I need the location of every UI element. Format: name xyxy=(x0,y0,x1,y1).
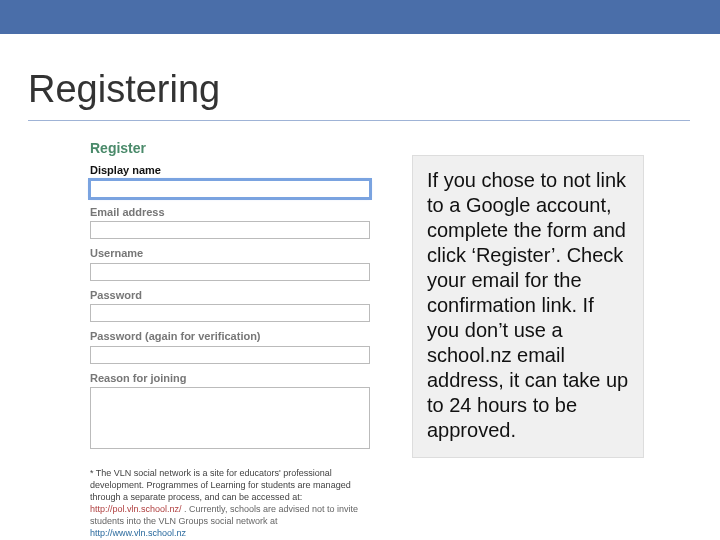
label-reason: Reason for joining xyxy=(90,372,390,384)
label-display-name: Display name xyxy=(90,164,390,176)
footnote-text-1: * The VLN social network is a site for e… xyxy=(90,468,351,502)
footnote-link-2[interactable]: http://www.vln.school.nz xyxy=(90,528,186,538)
input-reason[interactable] xyxy=(90,387,370,449)
label-password2: Password (again for verification) xyxy=(90,330,390,342)
label-password: Password xyxy=(90,289,390,301)
input-display-name[interactable] xyxy=(90,180,370,198)
label-email: Email address xyxy=(90,206,390,218)
callout-text: If you chose to not link to a Google acc… xyxy=(427,169,628,441)
input-password[interactable] xyxy=(90,304,370,322)
input-email[interactable] xyxy=(90,221,370,239)
form-footnote: * The VLN social network is a site for e… xyxy=(90,467,370,540)
instruction-callout: If you chose to not link to a Google acc… xyxy=(412,155,644,458)
title-underline xyxy=(28,120,690,121)
top-accent-bar xyxy=(0,0,720,34)
label-username: Username xyxy=(90,247,390,259)
register-form-screenshot: Register Display name Email address User… xyxy=(90,140,390,540)
footnote-link-1[interactable]: http://pol.vln.school.nz/ xyxy=(90,504,182,514)
input-password2[interactable] xyxy=(90,346,370,364)
slide: Registering Register Display name Email … xyxy=(0,0,720,540)
form-header: Register xyxy=(90,140,390,156)
input-username[interactable] xyxy=(90,263,370,281)
slide-title: Registering xyxy=(28,68,220,111)
